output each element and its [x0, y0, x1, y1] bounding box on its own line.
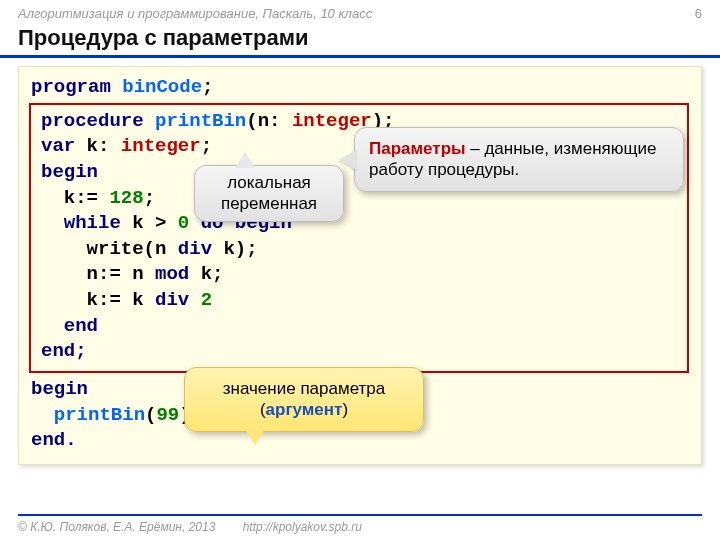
- callout-parameters: Параметры – данные, изменяющие работу пр…: [354, 127, 684, 192]
- kw-program: program: [31, 76, 111, 98]
- footer-url: http://kpolyakov.spb.ru: [243, 520, 362, 534]
- id-bincode: binCode: [122, 76, 202, 98]
- breadcrumb: Алгоритмизация и программирование, Паска…: [0, 0, 720, 23]
- code-line: n:= n mod k;: [41, 262, 677, 288]
- footer-copyright: © К.Ю. Поляков, Е.А. Ерёмин, 2013: [18, 520, 215, 534]
- page-number: 6: [695, 6, 702, 21]
- page-title: Процедура с параметрами: [0, 23, 720, 58]
- code-line: write(n div k);: [41, 237, 677, 263]
- params-label: Параметры: [369, 139, 466, 158]
- footer: © К.Ю. Поляков, Е.А. Ерёмин, 2013 http:/…: [18, 514, 702, 534]
- code-line: end.: [31, 428, 689, 454]
- code-block: program binCode; procedure printBin(n: i…: [18, 66, 702, 465]
- callout-local-var: локальная переменная: [194, 165, 344, 222]
- code-line: end;: [41, 339, 677, 365]
- code-line: while k > 0 do begin: [41, 211, 677, 237]
- callout-argument: значение параметра (аргумент): [184, 367, 424, 432]
- code-line: program binCode;: [31, 75, 689, 101]
- code-line: end: [41, 314, 677, 340]
- code-line: k:= k div 2: [41, 288, 677, 314]
